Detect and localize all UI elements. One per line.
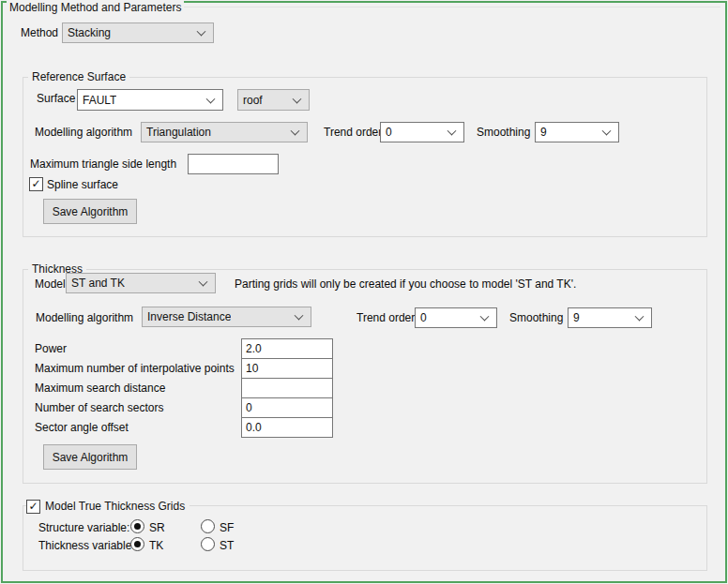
true-thickness-checkbox[interactable]: ✓ [26,500,40,514]
spline-surface-label: Spline surface [47,178,118,192]
method-value: Stacking [63,26,111,39]
rs-algorithm-label: Modelling algorithm [35,126,132,140]
panel-title: Modelling Method and Parameters [7,0,184,15]
th-trend-order-select[interactable]: 0 [415,307,497,328]
rs-smoothing-label: Smoothing [477,126,530,140]
surface-value: FAULT [78,94,116,107]
true-thickness-group: ✓ Model True Thickness Grids Structure v… [23,505,707,571]
search-sectors-input[interactable] [241,397,333,418]
rs-smoothing-value: 9 [536,126,547,139]
rs-smoothing-select[interactable]: 9 [535,122,619,142]
check-icon: ✓ [28,500,38,513]
chevron-down-icon [293,94,302,103]
modelling-parameters-panel: Modelling Method and Parameters Method S… [0,0,728,584]
chevron-down-icon [197,27,206,37]
sector-angle-offset-label: Sector angle offset [35,421,129,435]
th-smoothing-select[interactable]: 9 [568,307,652,328]
thickness-tk-label: TK [149,539,163,553]
th-algorithm-label: Modelling algorithm [36,311,133,325]
structure-variable-label: Structure variable: [38,521,129,535]
chevron-down-icon [447,127,457,136]
chevron-down-icon [291,127,300,136]
structure-sf-label: SF [220,521,234,535]
th-smoothing-label: Smoothing [509,311,563,325]
surface-part-value: roof [238,94,263,107]
rs-trend-order-select[interactable]: 0 [380,122,464,142]
model-label: Model [35,277,66,292]
max-interpolative-points-input[interactable] [241,358,333,379]
search-sectors-label: Number of search sectors [35,401,163,415]
rs-trend-order-label: Trend order [324,126,382,140]
model-note: Parting grids will only be created if yo… [235,277,576,292]
thickness-st-label: ST [220,539,234,553]
spline-surface-checkbox[interactable]: ✓ [29,177,43,191]
th-smoothing-value: 9 [569,311,580,324]
th-trend-order-label: Trend order [356,311,415,325]
max-search-distance-input[interactable] [241,378,333,398]
max-triangle-label: Maximum triangle side length [30,157,176,172]
rs-algorithm-select[interactable]: Triangulation [141,122,308,142]
model-select[interactable]: ST and TK [66,273,216,293]
thickness-tk-radio[interactable] [130,537,144,551]
true-thickness-label: Model True Thickness Grids [45,499,185,514]
thickness-group: Thickness Model ST and TK Parting grids … [23,269,707,484]
power-input[interactable] [241,338,333,359]
chevron-down-icon [635,312,645,322]
structure-sf-radio[interactable] [201,519,215,533]
rs-algorithm-value: Triangulation [142,126,211,139]
th-trend-order-value: 0 [416,311,427,324]
surface-label: Surface [37,92,75,106]
th-algorithm-select[interactable]: Inverse Distance [142,307,311,327]
method-label: Method [17,26,58,40]
max-triangle-input[interactable] [188,154,279,174]
groupbox-top-line [184,7,720,7]
chevron-down-icon [602,127,612,136]
sector-angle-offset-input[interactable] [241,417,333,438]
power-label: Power [35,342,67,356]
surface-select[interactable]: FAULT [77,89,223,111]
th-save-algorithm-button[interactable]: Save Algorithm [43,444,137,470]
reference-surface-group: Reference Surface Surface FAULT roof Mod… [23,77,707,237]
rs-save-algorithm-button[interactable]: Save Algorithm [43,199,137,224]
th-algorithm-value: Inverse Distance [143,310,231,323]
structure-sr-radio[interactable] [130,519,144,533]
chevron-down-icon [480,312,490,322]
max-interpolative-points-label: Maximum number of interpolative points [35,362,235,376]
chevron-down-icon [206,94,216,103]
structure-sr-label: SR [149,521,165,535]
surface-part-select[interactable]: roof [237,89,310,111]
chevron-down-icon [295,311,304,321]
thickness-variable-label: Thickness variable: [38,539,135,553]
model-value: ST and TK [67,277,125,290]
check-icon: ✓ [31,177,40,190]
rs-trend-order-value: 0 [381,126,392,139]
reference-surface-title: Reference Surface [28,70,129,84]
thickness-st-radio[interactable] [201,537,215,551]
method-select[interactable]: Stacking [62,22,214,43]
true-thickness-legend: ✓ Model True Thickness Grids [26,499,190,514]
chevron-down-icon [199,277,208,287]
max-search-distance-label: Maximum search distance [35,382,165,396]
